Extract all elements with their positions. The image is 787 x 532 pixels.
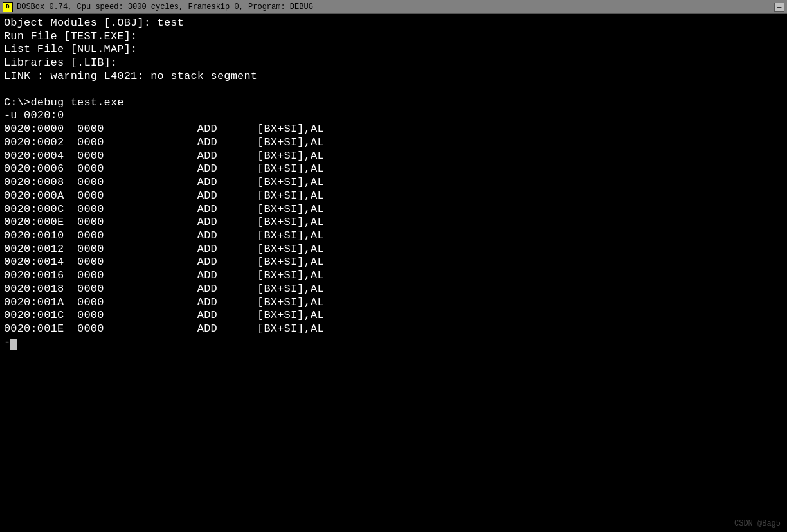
term-line — [4, 84, 783, 96]
term-line: 0020:001A 0000 ADD [BX+SI],AL — [4, 296, 783, 310]
term-line: C:\>debug test.exe — [4, 96, 783, 110]
term-line: - — [4, 336, 783, 350]
cursor — [10, 339, 17, 350]
term-line: 0020:0012 0000 ADD [BX+SI],AL — [4, 243, 783, 256]
term-line: 0020:0002 0000 ADD [BX+SI],AL — [4, 136, 783, 150]
term-line: -u 0020:0 — [4, 109, 783, 123]
titlebar-title: DOSBox 0.74, Cpu speed: 3000 cycles, Fra… — [17, 3, 313, 12]
dosbox-icon: D — [3, 2, 13, 12]
term-line: 0020:001E 0000 ADD [BX+SI],AL — [4, 323, 783, 336]
term-line: Run File [TEST.EXE]: — [4, 30, 783, 44]
term-line: 0020:0016 0000 ADD [BX+SI],AL — [4, 269, 783, 283]
titlebar-left: D DOSBox 0.74, Cpu speed: 3000 cycles, F… — [3, 2, 313, 12]
term-line: 0020:001C 0000 ADD [BX+SI],AL — [4, 309, 783, 323]
watermark: CSDN @Bag5 — [734, 519, 781, 528]
term-line: 0020:0006 0000 ADD [BX+SI],AL — [4, 163, 783, 176]
term-line: 0020:000C 0000 ADD [BX+SI],AL — [4, 203, 783, 217]
term-line: 0020:0018 0000 ADD [BX+SI],AL — [4, 283, 783, 296]
term-line: Object Modules [.OBJ]: test — [4, 17, 783, 30]
titlebar: D DOSBox 0.74, Cpu speed: 3000 cycles, F… — [0, 0, 787, 14]
term-line: 0020:0014 0000 ADD [BX+SI],AL — [4, 256, 783, 269]
close-button[interactable]: — — [774, 3, 784, 12]
term-line: 0020:000E 0000 ADD [BX+SI],AL — [4, 216, 783, 229]
term-line: LINK : warning L4021: no stack segment — [4, 70, 783, 84]
term-line: Libraries [.LIB]: — [4, 57, 783, 70]
term-line: 0020:0008 0000 ADD [BX+SI],AL — [4, 176, 783, 190]
term-line: 0020:0000 0000 ADD [BX+SI],AL — [4, 123, 783, 136]
term-line: 0020:000A 0000 ADD [BX+SI],AL — [4, 190, 783, 203]
term-line: List File [NUL.MAP]: — [4, 43, 783, 57]
term-line: 0020:0010 0000 ADD [BX+SI],AL — [4, 229, 783, 243]
terminal-area[interactable]: Object Modules [.OBJ]: testRun File [TES… — [0, 14, 787, 532]
term-line: 0020:0004 0000 ADD [BX+SI],AL — [4, 150, 783, 163]
